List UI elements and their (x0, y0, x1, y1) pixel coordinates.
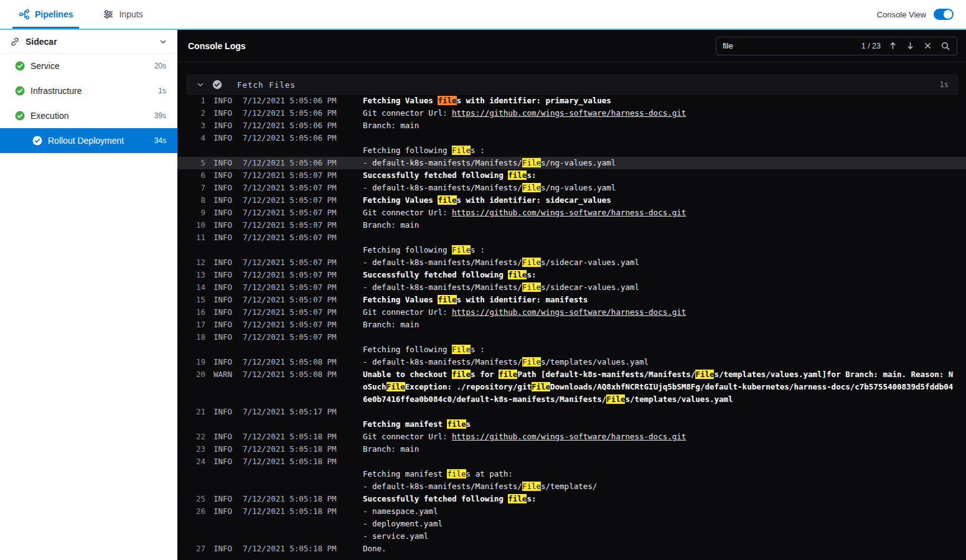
search-match: File (522, 282, 541, 292)
search-icon[interactable] (940, 40, 950, 51)
log-timestamp (243, 530, 337, 543)
stage-title: Sidecar (26, 37, 153, 47)
sidebar-item-rollout-deployment[interactable]: Rollout Deployment34s (0, 128, 177, 153)
log-link[interactable]: https://github.com/wings-software/harnes… (452, 108, 686, 118)
log-message: - default-k8s-manifests/Manifests/Files/… (363, 480, 955, 493)
chevron-down-icon[interactable] (159, 37, 167, 46)
log-message: Branch: main (363, 319, 955, 331)
search-match: File (695, 370, 714, 379)
log-level: INFO (213, 281, 238, 294)
log-line-number: 8 (187, 194, 205, 207)
search-match: file (508, 270, 527, 279)
tab-pipelines[interactable]: Pipelines (7, 0, 84, 29)
log-timestamp: 7/12/2021 5:05:07 PM (243, 331, 337, 343)
log-level: INFO (213, 119, 238, 132)
search-prev-icon[interactable] (888, 40, 898, 51)
log-link[interactable]: https://github.com/wings-software/harnes… (452, 432, 686, 441)
log-timestamp: 7/12/2021 5:05:07 PM (243, 231, 337, 244)
sidebar-item-service[interactable]: Service20s (0, 54, 177, 78)
log-message: - default-k8s-manifests/Manifests/Files/… (363, 281, 955, 294)
search-next-icon[interactable] (905, 40, 916, 51)
log-timestamp: 7/12/2021 5:05:07 PM (243, 219, 337, 231)
log-line-number: 21 (187, 406, 205, 418)
log-timestamp (243, 480, 337, 493)
log-link[interactable]: https://github.com/wings-software/harnes… (452, 208, 686, 217)
stage-sidebar: Sidecar Service20sInfrastructure1sExecut… (0, 30, 177, 560)
log-timestamp: 7/12/2021 5:05:18 PM (243, 455, 337, 468)
log-line-number (187, 418, 205, 431)
section-duration: 1s (940, 80, 949, 89)
log-line: Fetching following Files : (177, 343, 966, 356)
search-match: File (522, 357, 541, 366)
log-link[interactable]: https://github.com/wings-software/harnes… (452, 307, 686, 317)
log-level: INFO (213, 207, 238, 219)
log-line: 19INFO7/12/2021 5:05:08 PM- default-k8s-… (177, 356, 966, 368)
log-timestamp: 7/12/2021 5:05:07 PM (243, 319, 337, 331)
log-timestamp: 7/12/2021 5:05:07 PM (243, 269, 337, 281)
log-timestamp: 7/12/2021 5:05:07 PM (243, 256, 337, 269)
log-line: 8INFO7/12/2021 5:05:07 PMFetching Values… (177, 194, 966, 207)
log-line-number: 11 (187, 231, 205, 244)
sidebar-item-infrastructure[interactable]: Infrastructure1s (0, 78, 177, 103)
search-match: file (438, 295, 456, 304)
log-message: Git connector Url: https://github.com/wi… (363, 207, 955, 219)
search-match: file (447, 419, 466, 429)
log-timestamp (243, 144, 337, 157)
log-search-input[interactable] (723, 41, 855, 50)
log-line: Fetching following Files : (177, 244, 966, 256)
log-message: Git connector Url: https://github.com/wi… (363, 107, 955, 119)
log-level: INFO (213, 455, 238, 468)
stage-link-icon (10, 37, 20, 47)
log-message: Unable to checkout files for filePath [d… (363, 368, 955, 406)
log-line: 3INFO7/12/2021 5:05:06 PMBranch: main (177, 119, 966, 132)
search-match-count: 1 / 23 (861, 42, 881, 50)
pipelines-icon (19, 9, 30, 20)
log-lines: 1INFO7/12/2021 5:05:06 PMFetching Values… (177, 95, 966, 555)
console-view-toggle[interactable] (934, 9, 954, 20)
log-message (363, 132, 955, 144)
log-timestamp: 7/12/2021 5:05:06 PM (243, 132, 337, 144)
log-message: Branch: main (363, 219, 955, 231)
log-line: 25INFO7/12/2021 5:05:18 PMSuccessfully f… (177, 493, 966, 505)
chevron-down-icon[interactable] (196, 80, 205, 89)
stage-header[interactable]: Sidecar (0, 30, 177, 54)
log-level: INFO (213, 269, 238, 281)
log-line: 4INFO7/12/2021 5:05:06 PM (177, 132, 966, 144)
search-match: File (522, 158, 541, 167)
log-message: Fetching Values files with identifier: s… (363, 194, 955, 207)
console-header: Console Logs 1 / 23 (177, 30, 966, 62)
log-line-number: 2 (187, 107, 205, 119)
log-level: INFO (213, 157, 238, 169)
log-timestamp: 7/12/2021 5:05:07 PM (243, 294, 337, 306)
log-line-number: 3 (187, 119, 205, 132)
log-level: INFO (213, 319, 238, 331)
log-line-number: 9 (187, 207, 205, 219)
log-line: 12INFO7/12/2021 5:05:07 PM- default-k8s-… (177, 256, 966, 269)
log-line-number: 7 (187, 182, 205, 194)
log-timestamp: 7/12/2021 5:05:06 PM (243, 107, 337, 119)
tab-inputs[interactable]: Inputs (91, 0, 154, 29)
search-match: file (438, 195, 456, 205)
search-match-current: file (438, 96, 456, 105)
log-line-number (187, 480, 205, 493)
status-success-icon (32, 136, 42, 146)
log-message (363, 231, 955, 244)
search-match: File (452, 345, 471, 354)
sidebar-item-execution[interactable]: Execution39s (0, 103, 177, 128)
log-line: Fetching manifest files (177, 418, 966, 431)
log-section-header[interactable]: Fetch Files 1s (187, 75, 958, 95)
log-line-number (187, 244, 205, 256)
search-close-icon[interactable] (922, 40, 933, 51)
log-line: 26INFO7/12/2021 5:05:18 PM- namespace.ya… (177, 505, 966, 518)
log-message: Fetching following Files : (363, 144, 955, 157)
step-label: Service (30, 61, 149, 71)
log-level (213, 468, 238, 480)
log-message: Git connector Url: https://github.com/wi… (363, 431, 955, 443)
log-message: - default-k8s-manifests/Manifests/Files/… (363, 256, 955, 269)
log-message: Git connector Url: https://github.com/wi… (363, 306, 955, 319)
log-message: Fetching Values files with identifier: p… (363, 95, 955, 107)
log-timestamp: 7/12/2021 5:05:07 PM (243, 207, 337, 219)
status-success-icon (15, 111, 25, 121)
search-match: file (508, 494, 527, 503)
log-line: Fetching following Files : (177, 144, 966, 157)
